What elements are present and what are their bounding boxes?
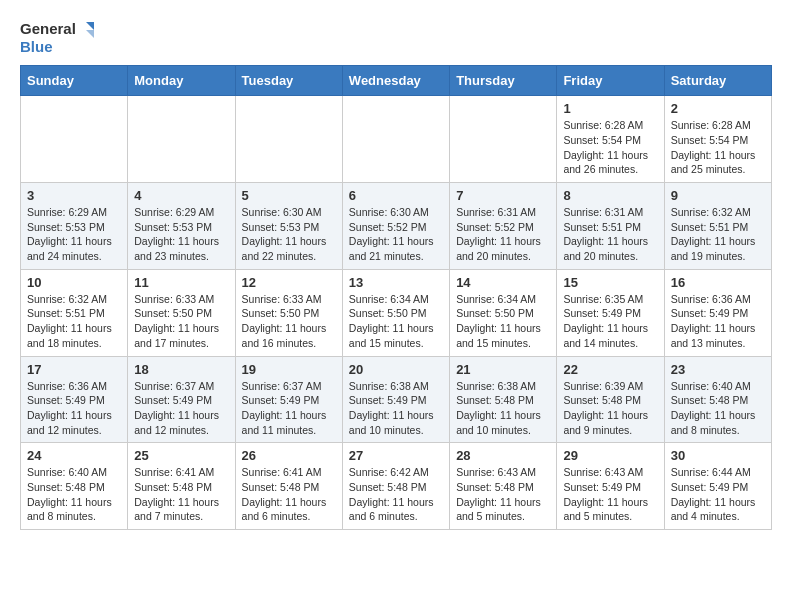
day-number: 26 bbox=[242, 448, 336, 463]
day-number: 3 bbox=[27, 188, 121, 203]
calendar-cell: 5Sunrise: 6:30 AM Sunset: 5:53 PM Daylig… bbox=[235, 183, 342, 270]
calendar-cell: 9Sunrise: 6:32 AM Sunset: 5:51 PM Daylig… bbox=[664, 183, 771, 270]
day-number: 11 bbox=[134, 275, 228, 290]
logo-arrow-icon bbox=[78, 20, 96, 38]
day-number: 22 bbox=[563, 362, 657, 377]
day-number: 23 bbox=[671, 362, 765, 377]
day-info: Sunrise: 6:28 AM Sunset: 5:54 PM Dayligh… bbox=[671, 118, 765, 177]
day-header-wednesday: Wednesday bbox=[342, 66, 449, 96]
day-number: 24 bbox=[27, 448, 121, 463]
day-number: 12 bbox=[242, 275, 336, 290]
calendar-cell: 6Sunrise: 6:30 AM Sunset: 5:52 PM Daylig… bbox=[342, 183, 449, 270]
calendar-cell: 29Sunrise: 6:43 AM Sunset: 5:49 PM Dayli… bbox=[557, 443, 664, 530]
day-info: Sunrise: 6:31 AM Sunset: 5:52 PM Dayligh… bbox=[456, 205, 550, 264]
day-number: 29 bbox=[563, 448, 657, 463]
day-info: Sunrise: 6:43 AM Sunset: 5:48 PM Dayligh… bbox=[456, 465, 550, 524]
calendar-cell: 26Sunrise: 6:41 AM Sunset: 5:48 PM Dayli… bbox=[235, 443, 342, 530]
day-number: 2 bbox=[671, 101, 765, 116]
logo: General Blue bbox=[20, 20, 96, 55]
day-number: 1 bbox=[563, 101, 657, 116]
calendar-cell: 10Sunrise: 6:32 AM Sunset: 5:51 PM Dayli… bbox=[21, 269, 128, 356]
day-info: Sunrise: 6:29 AM Sunset: 5:53 PM Dayligh… bbox=[134, 205, 228, 264]
day-info: Sunrise: 6:32 AM Sunset: 5:51 PM Dayligh… bbox=[27, 292, 121, 351]
calendar-cell: 16Sunrise: 6:36 AM Sunset: 5:49 PM Dayli… bbox=[664, 269, 771, 356]
day-info: Sunrise: 6:38 AM Sunset: 5:48 PM Dayligh… bbox=[456, 379, 550, 438]
day-info: Sunrise: 6:30 AM Sunset: 5:52 PM Dayligh… bbox=[349, 205, 443, 264]
week-row-3: 10Sunrise: 6:32 AM Sunset: 5:51 PM Dayli… bbox=[21, 269, 772, 356]
calendar-cell bbox=[21, 96, 128, 183]
day-info: Sunrise: 6:28 AM Sunset: 5:54 PM Dayligh… bbox=[563, 118, 657, 177]
calendar-cell: 22Sunrise: 6:39 AM Sunset: 5:48 PM Dayli… bbox=[557, 356, 664, 443]
calendar: SundayMondayTuesdayWednesdayThursdayFrid… bbox=[20, 65, 772, 530]
logo-blue-text: Blue bbox=[20, 38, 96, 55]
calendar-cell: 17Sunrise: 6:36 AM Sunset: 5:49 PM Dayli… bbox=[21, 356, 128, 443]
calendar-cell bbox=[128, 96, 235, 183]
day-info: Sunrise: 6:41 AM Sunset: 5:48 PM Dayligh… bbox=[242, 465, 336, 524]
day-number: 18 bbox=[134, 362, 228, 377]
day-info: Sunrise: 6:38 AM Sunset: 5:49 PM Dayligh… bbox=[349, 379, 443, 438]
calendar-cell: 23Sunrise: 6:40 AM Sunset: 5:48 PM Dayli… bbox=[664, 356, 771, 443]
calendar-cell: 3Sunrise: 6:29 AM Sunset: 5:53 PM Daylig… bbox=[21, 183, 128, 270]
calendar-cell bbox=[235, 96, 342, 183]
day-info: Sunrise: 6:29 AM Sunset: 5:53 PM Dayligh… bbox=[27, 205, 121, 264]
day-number: 14 bbox=[456, 275, 550, 290]
calendar-cell: 12Sunrise: 6:33 AM Sunset: 5:50 PM Dayli… bbox=[235, 269, 342, 356]
day-info: Sunrise: 6:35 AM Sunset: 5:49 PM Dayligh… bbox=[563, 292, 657, 351]
calendar-cell: 18Sunrise: 6:37 AM Sunset: 5:49 PM Dayli… bbox=[128, 356, 235, 443]
day-number: 15 bbox=[563, 275, 657, 290]
day-number: 25 bbox=[134, 448, 228, 463]
day-info: Sunrise: 6:43 AM Sunset: 5:49 PM Dayligh… bbox=[563, 465, 657, 524]
day-info: Sunrise: 6:36 AM Sunset: 5:49 PM Dayligh… bbox=[671, 292, 765, 351]
day-number: 7 bbox=[456, 188, 550, 203]
calendar-cell: 4Sunrise: 6:29 AM Sunset: 5:53 PM Daylig… bbox=[128, 183, 235, 270]
calendar-cell: 1Sunrise: 6:28 AM Sunset: 5:54 PM Daylig… bbox=[557, 96, 664, 183]
calendar-cell: 20Sunrise: 6:38 AM Sunset: 5:49 PM Dayli… bbox=[342, 356, 449, 443]
week-row-4: 17Sunrise: 6:36 AM Sunset: 5:49 PM Dayli… bbox=[21, 356, 772, 443]
day-number: 16 bbox=[671, 275, 765, 290]
calendar-cell: 14Sunrise: 6:34 AM Sunset: 5:50 PM Dayli… bbox=[450, 269, 557, 356]
calendar-cell: 21Sunrise: 6:38 AM Sunset: 5:48 PM Dayli… bbox=[450, 356, 557, 443]
week-row-2: 3Sunrise: 6:29 AM Sunset: 5:53 PM Daylig… bbox=[21, 183, 772, 270]
day-info: Sunrise: 6:40 AM Sunset: 5:48 PM Dayligh… bbox=[27, 465, 121, 524]
day-number: 21 bbox=[456, 362, 550, 377]
day-number: 8 bbox=[563, 188, 657, 203]
week-row-5: 24Sunrise: 6:40 AM Sunset: 5:48 PM Dayli… bbox=[21, 443, 772, 530]
calendar-cell: 11Sunrise: 6:33 AM Sunset: 5:50 PM Dayli… bbox=[128, 269, 235, 356]
calendar-cell: 19Sunrise: 6:37 AM Sunset: 5:49 PM Dayli… bbox=[235, 356, 342, 443]
day-number: 5 bbox=[242, 188, 336, 203]
calendar-cell: 28Sunrise: 6:43 AM Sunset: 5:48 PM Dayli… bbox=[450, 443, 557, 530]
day-info: Sunrise: 6:39 AM Sunset: 5:48 PM Dayligh… bbox=[563, 379, 657, 438]
calendar-cell: 8Sunrise: 6:31 AM Sunset: 5:51 PM Daylig… bbox=[557, 183, 664, 270]
calendar-cell bbox=[342, 96, 449, 183]
calendar-cell bbox=[450, 96, 557, 183]
calendar-cell: 7Sunrise: 6:31 AM Sunset: 5:52 PM Daylig… bbox=[450, 183, 557, 270]
day-info: Sunrise: 6:34 AM Sunset: 5:50 PM Dayligh… bbox=[349, 292, 443, 351]
day-number: 19 bbox=[242, 362, 336, 377]
calendar-cell: 25Sunrise: 6:41 AM Sunset: 5:48 PM Dayli… bbox=[128, 443, 235, 530]
calendar-header-row: SundayMondayTuesdayWednesdayThursdayFrid… bbox=[21, 66, 772, 96]
calendar-cell: 15Sunrise: 6:35 AM Sunset: 5:49 PM Dayli… bbox=[557, 269, 664, 356]
svg-marker-1 bbox=[86, 30, 94, 38]
day-info: Sunrise: 6:32 AM Sunset: 5:51 PM Dayligh… bbox=[671, 205, 765, 264]
day-number: 27 bbox=[349, 448, 443, 463]
calendar-cell: 30Sunrise: 6:44 AM Sunset: 5:49 PM Dayli… bbox=[664, 443, 771, 530]
logo-general-text: General bbox=[20, 20, 76, 37]
day-number: 6 bbox=[349, 188, 443, 203]
day-info: Sunrise: 6:42 AM Sunset: 5:48 PM Dayligh… bbox=[349, 465, 443, 524]
day-number: 13 bbox=[349, 275, 443, 290]
day-number: 30 bbox=[671, 448, 765, 463]
day-header-thursday: Thursday bbox=[450, 66, 557, 96]
day-info: Sunrise: 6:40 AM Sunset: 5:48 PM Dayligh… bbox=[671, 379, 765, 438]
day-info: Sunrise: 6:36 AM Sunset: 5:49 PM Dayligh… bbox=[27, 379, 121, 438]
day-info: Sunrise: 6:31 AM Sunset: 5:51 PM Dayligh… bbox=[563, 205, 657, 264]
day-info: Sunrise: 6:30 AM Sunset: 5:53 PM Dayligh… bbox=[242, 205, 336, 264]
day-number: 20 bbox=[349, 362, 443, 377]
calendar-cell: 13Sunrise: 6:34 AM Sunset: 5:50 PM Dayli… bbox=[342, 269, 449, 356]
day-info: Sunrise: 6:41 AM Sunset: 5:48 PM Dayligh… bbox=[134, 465, 228, 524]
day-number: 10 bbox=[27, 275, 121, 290]
calendar-cell: 24Sunrise: 6:40 AM Sunset: 5:48 PM Dayli… bbox=[21, 443, 128, 530]
calendar-cell: 27Sunrise: 6:42 AM Sunset: 5:48 PM Dayli… bbox=[342, 443, 449, 530]
day-number: 9 bbox=[671, 188, 765, 203]
day-info: Sunrise: 6:33 AM Sunset: 5:50 PM Dayligh… bbox=[134, 292, 228, 351]
day-info: Sunrise: 6:44 AM Sunset: 5:49 PM Dayligh… bbox=[671, 465, 765, 524]
